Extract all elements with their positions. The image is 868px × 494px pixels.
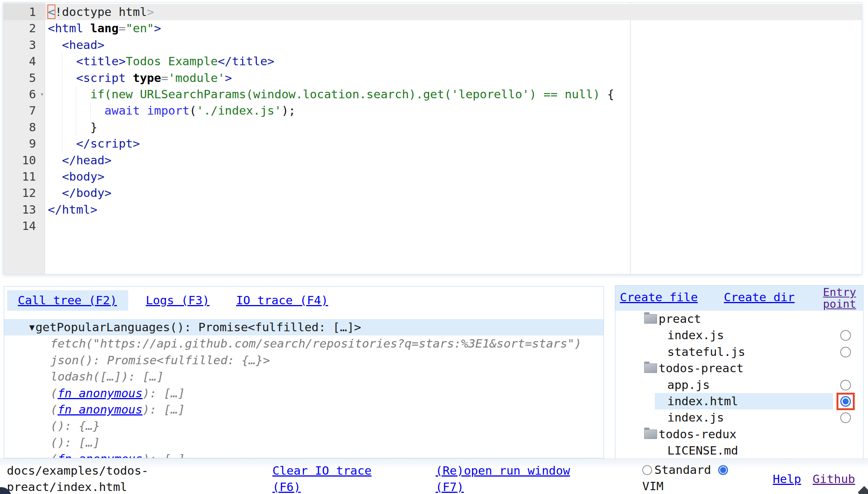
radio-unchecked-icon[interactable] [840, 330, 851, 341]
folder-name[interactable]: todos-redux [659, 426, 736, 442]
code-line[interactable]: 13</html> [3, 201, 862, 218]
code-token [48, 38, 62, 52]
anonymous-fn-link[interactable]: fn anonymous [58, 403, 143, 416]
line-number: 5 [3, 70, 45, 86]
file-row[interactable]: index.js [615, 409, 863, 426]
code-line[interactable]: 9 </script> [3, 135, 862, 152]
call-tree-call-row[interactable]: lodash([…]): […] [4, 368, 604, 385]
folder-row[interactable]: todos-preact [615, 360, 863, 376]
file-row[interactable]: app.js [615, 377, 863, 393]
radio-checked-icon[interactable] [840, 396, 851, 407]
entry-point-radio[interactable] [839, 379, 852, 392]
github-link[interactable]: Github [813, 471, 855, 487]
code-line[interactable]: 1<!doctype html> [3, 4, 862, 20]
code-line[interactable]: 2<html lang="en"> [3, 20, 862, 36]
reopen-run-window-link[interactable]: (Re)open run window (F7) [436, 463, 587, 494]
call-tree-call-row[interactable]: (): […] [4, 434, 604, 451]
entry-point-link[interactable]: Entry point [818, 286, 861, 310]
code-line[interactable]: 8 } [3, 119, 862, 135]
code-text: await import('./index.js'); [45, 102, 296, 119]
folder-name[interactable]: todos-preact [659, 360, 744, 376]
anonymous-fn-link[interactable]: fn anonymous [58, 386, 143, 400]
file-row[interactable]: stateful.js [615, 344, 863, 360]
tab-call-tree-f2[interactable]: Call tree (F2) [7, 290, 128, 311]
clear-io-trace-link[interactable]: Clear IO trace (F6) [272, 463, 381, 494]
file-row[interactable]: LICENSE.md [615, 442, 863, 459]
code-line[interactable]: 12 </body> [3, 185, 862, 201]
file-name[interactable]: index.html [667, 393, 738, 409]
code-line[interactable]: 5 <script type='module'> [3, 70, 862, 86]
collapse-arrow-icon[interactable]: ▼ [29, 322, 35, 333]
code-token [48, 71, 76, 85]
radio-unchecked-icon[interactable] [840, 380, 851, 390]
code-text: } [45, 119, 97, 135]
tab-io-trace-f4[interactable]: IO trace (F4) [228, 290, 337, 311]
call-tree-call-row[interactable]: json(): Promise<fulfilled: {…}> [4, 352, 604, 368]
line-number: 6▾ [3, 86, 45, 102]
code-token: </title> [218, 54, 274, 68]
file-name[interactable]: index.js [667, 409, 724, 426]
code-line[interactable]: 11 <body> [3, 168, 862, 185]
mode-radio-checked[interactable] [718, 465, 728, 475]
code-token: } [48, 120, 97, 134]
file-name[interactable]: app.js [667, 377, 710, 393]
call-tree-call-row[interactable]: (): {…} [4, 418, 604, 434]
matching-bracket: < [48, 5, 55, 19]
code-line[interactable]: 14 [3, 218, 862, 234]
radio-unchecked-icon[interactable] [840, 412, 851, 423]
call-tree-root-row[interactable]: ▼getPopularLanguages(): Promise<fulfille… [4, 319, 604, 335]
code-token [48, 54, 76, 68]
create-dir-link[interactable]: Create dir [724, 290, 795, 304]
help-link[interactable]: Help [773, 471, 801, 487]
file-name[interactable]: index.js [667, 327, 724, 343]
folder-row[interactable]: todos-redux [615, 426, 863, 442]
code-editor[interactable]: 1<!doctype html>2<html lang="en">3 <head… [3, 2, 862, 274]
mode-label: Standard [654, 463, 711, 477]
fold-arrow-icon[interactable]: ▾ [40, 86, 44, 102]
mode-radio-unchecked[interactable] [642, 465, 652, 475]
code-line[interactable]: 6▾ if(new URLSearchParams(window.locatio… [3, 86, 862, 102]
code-token: import [147, 104, 189, 117]
file-name[interactable]: stateful.js [667, 344, 745, 360]
folder-icon [644, 314, 657, 324]
entry-point-radio[interactable] [839, 395, 852, 408]
code-token: ( [189, 104, 197, 117]
call-tree-call-row[interactable]: (fn anonymous): […] [4, 385, 604, 401]
folder-row[interactable]: preact [615, 311, 863, 327]
code-token [48, 153, 62, 167]
radio-unchecked-icon[interactable] [840, 347, 851, 357]
entry-point-radio[interactable] [839, 346, 852, 359]
folder-name[interactable]: preact [659, 311, 701, 327]
code-text: </script> [45, 135, 140, 152]
code-line[interactable]: 7 await import('./index.js'); [3, 102, 862, 119]
code-token: > [225, 71, 232, 85]
call-tree-call-row[interactable]: (fn anonymous): […] [4, 451, 604, 458]
file-row[interactable]: index.js [615, 327, 863, 343]
anonymous-fn-link[interactable]: fn anonymous [58, 452, 143, 458]
code-text: <script type='module'> [45, 70, 232, 86]
call-tree-call-row[interactable]: fetch("https://api.github.com/search/rep… [4, 335, 604, 352]
file-panel-header: Create file Create dir Entry point [615, 286, 863, 311]
code-token: <script [76, 71, 126, 85]
code-token [83, 21, 90, 35]
code-token: </html> [48, 203, 97, 216]
code-text: <body> [45, 168, 104, 185]
file-row[interactable]: index.html [615, 393, 863, 409]
call-tree-call-row[interactable]: (fn anonymous): […] [4, 401, 604, 418]
code-token: > [147, 5, 154, 19]
file-name[interactable]: LICENSE.md [667, 442, 738, 459]
code-token: Todos Example [126, 54, 218, 68]
code-line[interactable]: 3 <head> [3, 37, 862, 53]
tab-logs-f3[interactable]: Logs (F3) [137, 290, 219, 311]
folder-icon [644, 429, 657, 439]
code-token: <title> [76, 54, 126, 68]
entry-point-radio[interactable] [839, 329, 852, 342]
code-token: await [104, 104, 140, 117]
entry-point-radio[interactable] [839, 411, 852, 424]
code-line[interactable]: 4 <title>Todos Example</title> [3, 53, 862, 69]
code-token [48, 137, 76, 150]
line-number: 10 [3, 152, 45, 168]
create-file-link[interactable]: Create file [620, 290, 698, 304]
code-line[interactable]: 10 </head> [3, 152, 862, 168]
code-token [126, 71, 133, 85]
